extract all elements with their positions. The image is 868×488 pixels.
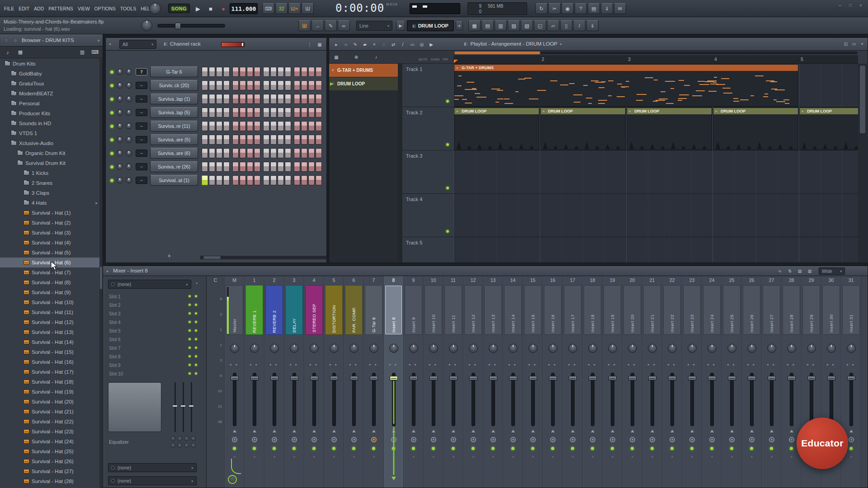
channel-filter-dropdown[interactable]: All▾: [119, 40, 156, 49]
strip-enable-led[interactable]: [352, 447, 355, 450]
strip-enable-led[interactable]: [750, 447, 753, 450]
volume-fader[interactable]: [352, 373, 356, 426]
browser-item[interactable]: Survival - Hat (27): [0, 466, 99, 476]
menu-icon[interactable]: ▸: [109, 42, 112, 46]
strip-enable-led[interactable]: [452, 447, 455, 450]
note-icon[interactable]: ♪: [4, 48, 12, 56]
fader-handle[interactable]: [270, 376, 278, 380]
scrollbar-thumb[interactable]: [860, 66, 865, 133]
record-arm-icon[interactable]: [590, 437, 595, 442]
record-arm-icon[interactable]: [311, 437, 317, 442]
slot-led[interactable]: [195, 304, 197, 306]
volume-fader[interactable]: [491, 373, 495, 426]
step-cell[interactable]: [254, 80, 260, 90]
step-cell[interactable]: [216, 175, 222, 185]
step-cell[interactable]: [316, 108, 322, 117]
zoom-icon[interactable]: ◎: [417, 40, 426, 49]
record-arm-icon[interactable]: [650, 437, 655, 442]
strip-enable-led[interactable]: [849, 447, 853, 450]
browser-item[interactable]: ModernBEATZ: [0, 89, 99, 99]
send-selector-2[interactable]: (none)▸: [108, 476, 197, 485]
shuffle-knob[interactable]: [149, 3, 161, 14]
pan-knob[interactable]: [528, 344, 538, 353]
menu-item-add[interactable]: ADD: [32, 6, 46, 11]
strip-enable-led[interactable]: [631, 447, 634, 450]
step-cell[interactable]: [232, 67, 239, 77]
browser-item[interactable]: Survival - Hat (6): [0, 258, 99, 267]
step-cell[interactable]: [202, 162, 208, 172]
delete-icon[interactable]: ×: [370, 40, 379, 49]
channel-button[interactable]: Surviva..re (11): [150, 121, 198, 131]
step-cell[interactable]: [263, 94, 269, 104]
mixer-strip-7[interactable]: 7G-Tar 6◂ ▸: [364, 276, 384, 488]
record-arm-icon[interactable]: [849, 437, 854, 442]
step-cell[interactable]: [232, 94, 239, 104]
browser-item[interactable]: Survival - Hat (29): [0, 486, 99, 488]
step-cell[interactable]: [209, 175, 215, 185]
browser-item[interactable]: Survival - Hat (2): [0, 218, 99, 228]
pan-knob[interactable]: [449, 344, 458, 353]
record-arm-icon[interactable]: [351, 437, 357, 442]
volume-fader[interactable]: [591, 373, 594, 426]
channel-led[interactable]: [110, 84, 113, 87]
select-icon[interactable]: ▭: [408, 40, 417, 49]
center-playback-icon[interactable]: ↻: [535, 3, 547, 14]
scrollbar-thumb[interactable]: [203, 256, 221, 259]
pan-knob[interactable]: [310, 344, 319, 353]
step-cell[interactable]: [301, 94, 307, 104]
step-cell[interactable]: [240, 94, 246, 104]
record-arm-icon[interactable]: [272, 437, 277, 442]
fader-handle[interactable]: [628, 376, 637, 380]
record-arm-icon[interactable]: [431, 437, 436, 442]
mixer-strip-18[interactable]: 18Insert 18◂ ▸: [583, 276, 603, 488]
mixer-strip-13[interactable]: 13Insert 13◂ ▸: [483, 276, 503, 488]
snap-selector[interactable]: Line▾: [356, 21, 392, 31]
slot-led[interactable]: [189, 329, 191, 332]
channelrack-view-icon[interactable]: ▥: [495, 20, 507, 31]
pan-knob[interactable]: [429, 344, 438, 353]
step-cell[interactable]: [263, 108, 269, 117]
step-cell[interactable]: [278, 94, 284, 104]
step-cell[interactable]: [223, 94, 230, 104]
step-cell[interactable]: [308, 108, 315, 117]
cut-icon[interactable]: ✂: [548, 3, 561, 14]
step-cell[interactable]: [232, 175, 239, 185]
step-cell[interactable]: [278, 80, 284, 90]
channel-led[interactable]: [110, 70, 113, 74]
playback-icon[interactable]: ▶: [427, 40, 436, 49]
browser-item[interactable]: Survival - Hat (24): [0, 436, 99, 446]
pan-knob[interactable]: [489, 344, 498, 353]
channel-volume-knob[interactable]: [126, 123, 132, 129]
scrollbar-thumb[interactable]: [100, 267, 102, 289]
step-cell[interactable]: [240, 162, 246, 172]
slot-led[interactable]: [189, 347, 191, 349]
volume-fader[interactable]: [571, 373, 575, 426]
fader-handle[interactable]: [310, 376, 318, 380]
channel-pan-knob[interactable]: [117, 96, 123, 102]
step-cell[interactable]: [301, 135, 307, 145]
browser-item[interactable]: GratuiTous: [0, 79, 99, 89]
volume-fader[interactable]: [750, 373, 754, 426]
strip-enable-led[interactable]: [730, 447, 733, 450]
slider-thumb[interactable]: [175, 23, 181, 29]
channel-button[interactable]: Surviva..lap (5): [150, 107, 198, 118]
slot-led[interactable]: [195, 355, 197, 357]
step-cell[interactable]: [209, 67, 215, 77]
step-cell[interactable]: [263, 121, 269, 131]
track-led[interactable]: [446, 230, 449, 233]
step-cell[interactable]: [223, 162, 230, 172]
fx-slot[interactable]: Slot 6: [109, 335, 203, 343]
slot-led[interactable]: [195, 295, 197, 297]
strip-enable-led[interactable]: [770, 447, 773, 450]
strip-enable-led[interactable]: [690, 447, 693, 450]
step-cell[interactable]: [301, 175, 307, 185]
mixer-strip-19[interactable]: 19Insert 19◂ ▸: [603, 276, 623, 488]
browser-item[interactable]: GoldBaby: [0, 69, 99, 79]
mixer-layout-dropdown[interactable]: Wide▾: [819, 267, 845, 275]
menu-icon[interactable]: ▸: [107, 269, 109, 273]
step-cell[interactable]: [209, 80, 215, 90]
channel-target-box[interactable]: --: [136, 82, 147, 89]
strip-enable-led[interactable]: [233, 447, 236, 450]
pan-knob[interactable]: [588, 344, 597, 353]
step-cell[interactable]: [202, 67, 208, 77]
